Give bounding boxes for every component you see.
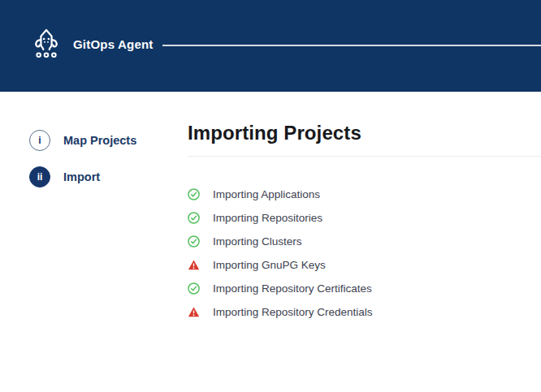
- import-status-row: Importing Applications: [188, 183, 541, 206]
- stepper-item-map-projects[interactable]: i Map Projects: [29, 129, 175, 151]
- stepper-item-label: Map Projects: [63, 134, 136, 147]
- app-window: GitOps Agent i Map Projects ii Import Im…: [0, 0, 541, 392]
- check-circle-icon: [188, 235, 200, 248]
- import-status-row: Importing Repositories: [188, 206, 541, 230]
- step-indicator-icon: ii: [29, 166, 50, 187]
- import-status-row: Importing GnuPG Keys: [188, 253, 541, 277]
- import-status-label: Importing GnuPG Keys: [213, 259, 326, 271]
- stepper-item-label: Import: [63, 170, 100, 183]
- warning-triangle-icon: [188, 259, 200, 271]
- warning-triangle-icon: [188, 306, 200, 318]
- app-header: GitOps Agent: [0, 0, 541, 92]
- page-title: Importing Projects: [188, 122, 541, 144]
- step-indicator-icon: i: [29, 130, 50, 151]
- import-status-row: Importing Repository Credentials: [188, 300, 541, 324]
- main-content: Importing Projects Importing Application…: [188, 122, 541, 324]
- import-status-list: Importing Applications Importing Reposit…: [188, 183, 541, 324]
- check-circle-icon: [188, 282, 200, 295]
- wizard-stepper: i Map Projects ii Import: [29, 129, 175, 202]
- brand-title: GitOps Agent: [73, 37, 154, 51]
- import-status-label: Importing Applications: [213, 188, 320, 200]
- import-status-label: Importing Clusters: [213, 235, 302, 248]
- check-circle-icon: [188, 188, 200, 200]
- header-divider: [162, 45, 541, 46]
- stepper-item-import[interactable]: ii Import: [29, 166, 175, 187]
- import-status-row: Importing Repository Certificates: [188, 277, 541, 300]
- squid-logo-icon: [28, 24, 64, 63]
- import-status-label: Importing Repository Credentials: [213, 306, 373, 318]
- import-status-row: Importing Clusters: [188, 230, 541, 253]
- import-status-label: Importing Repositories: [213, 212, 322, 224]
- title-divider: [188, 156, 541, 157]
- check-circle-icon: [188, 212, 200, 224]
- import-status-label: Importing Repository Certificates: [213, 282, 372, 295]
